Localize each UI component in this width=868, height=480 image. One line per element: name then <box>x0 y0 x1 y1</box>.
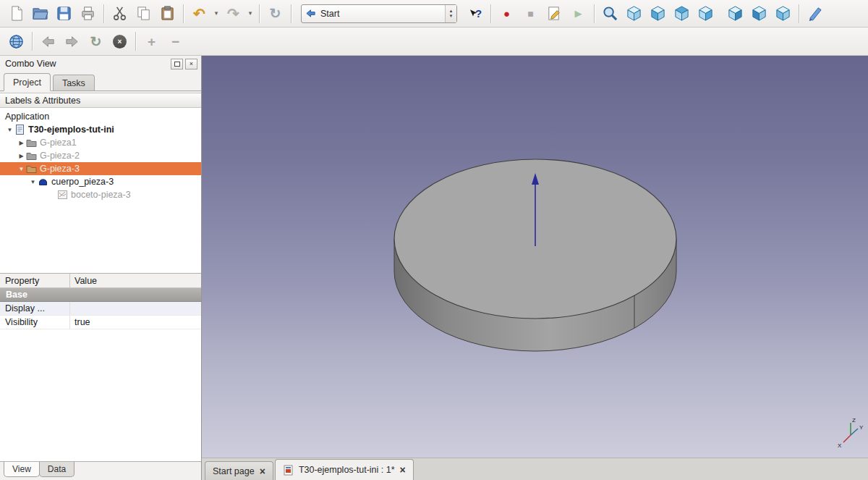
toolbar-separator <box>291 4 292 23</box>
refresh-button[interactable]: ↻ <box>263 3 287 25</box>
magnifier-icon <box>602 5 618 22</box>
macro-stop-button[interactable]: ■ <box>519 3 542 25</box>
toolbar-separator <box>259 4 260 23</box>
cut-button[interactable] <box>108 3 132 25</box>
open-document-button[interactable] <box>28 3 52 25</box>
tree-item-cuerpo-pieza-3[interactable]: ▼ cuerpo_pieza-3 <box>0 175 201 188</box>
right-view-cube-icon <box>697 5 714 22</box>
tab-document[interactable]: T30-ejemplos-tut-ini : 1* × <box>275 459 414 480</box>
toolbar-separator <box>103 4 104 23</box>
close-tab-icon[interactable]: × <box>400 465 406 475</box>
tree-item-label: boceto-pieza-3 <box>71 190 131 200</box>
collapse-arrow-icon[interactable]: ▶ <box>17 153 25 159</box>
macro-edit-button[interactable] <box>542 3 566 25</box>
undo-button[interactable]: ↶ <box>187 3 211 25</box>
tree-item-g-pieza1[interactable]: ▶ G-pieza1 <box>0 136 201 149</box>
web-home-button[interactable] <box>4 30 28 52</box>
tree-item-application[interactable]: Application <box>0 110 201 123</box>
pen-tool-button[interactable] <box>803 3 827 25</box>
rear-view-button[interactable] <box>723 3 747 25</box>
tab-tasks[interactable]: Tasks <box>53 75 95 90</box>
tree-item-label: G-pieza-2 <box>40 151 80 161</box>
macro-record-button[interactable]: ● <box>495 3 519 25</box>
new-document-button[interactable] <box>4 3 28 25</box>
bottom-view-button[interactable] <box>747 3 771 25</box>
front-view-button[interactable] <box>646 3 670 25</box>
main-toolbar: ↶ ▾ ↷ ▾ ↻ Start ▲ ▼ ? ● ■ ▶ <box>0 0 868 28</box>
tab-view[interactable]: View <box>4 462 40 477</box>
part-folder-icon <box>26 138 37 148</box>
expand-arrow-icon[interactable]: ▼ <box>17 166 25 172</box>
tree-item-boceto-pieza-3[interactable]: boceto-pieza-3 <box>0 188 201 201</box>
plus-icon: + <box>148 35 156 49</box>
expand-arrow-icon[interactable]: ▼ <box>6 127 14 133</box>
tab-data[interactable]: Data <box>39 462 75 477</box>
new-document-icon <box>8 5 25 22</box>
zoom-out-button[interactable]: − <box>163 30 187 52</box>
3d-viewport[interactable]: Z Y X <box>202 56 868 458</box>
float-panel-button[interactable] <box>171 59 183 70</box>
property-view-tabs: View Data <box>0 461 201 480</box>
print-button[interactable] <box>76 3 100 25</box>
tab-project[interactable]: Project <box>4 73 51 91</box>
pen-tool-icon <box>807 5 823 22</box>
property-group-base[interactable]: Base <box>0 288 201 302</box>
close-tab-icon[interactable]: × <box>260 466 265 476</box>
forward-button[interactable] <box>60 30 84 52</box>
front-view-cube-icon <box>650 5 666 22</box>
part-folder-icon <box>26 164 37 174</box>
fit-all-button[interactable] <box>598 3 622 25</box>
top-view-button[interactable] <box>670 3 694 25</box>
dropdown-arrow-icon: ▾ <box>249 10 252 17</box>
back-arrow-icon <box>40 33 56 50</box>
tree-item-g-pieza-3-selected[interactable]: ▼ G-pieza-3 <box>0 162 201 175</box>
model-tree: Application ▼ T30-ejemplos-tut-ini ▶ G-p… <box>0 108 201 273</box>
close-panel-button[interactable]: × <box>185 59 197 70</box>
save-button[interactable] <box>52 3 76 25</box>
tree-item-label: G-pieza1 <box>40 138 77 148</box>
tab-tasks-label: Tasks <box>62 78 85 88</box>
play-icon: ▶ <box>575 9 582 18</box>
stop-load-icon: × <box>113 35 127 49</box>
copy-button[interactable] <box>132 3 156 25</box>
tree-item-label: T30-ejemplos-tut-ini <box>28 125 114 135</box>
redo-button[interactable]: ↷ <box>221 3 245 25</box>
minus-icon: − <box>171 35 179 49</box>
expand-arrow-icon[interactable]: ▼ <box>29 179 37 185</box>
reload-icon: ↻ <box>90 35 102 49</box>
tree-item-g-pieza-2[interactable]: ▶ G-pieza-2 <box>0 149 201 162</box>
whats-this-button[interactable]: ? <box>463 3 487 25</box>
tree-item-label: G-pieza-3 <box>40 164 80 174</box>
redo-menu-button[interactable]: ▾ <box>245 3 255 25</box>
property-row-visibility[interactable]: Visibility true <box>0 316 201 329</box>
right-view-button[interactable] <box>694 3 718 25</box>
3d-scene[interactable]: Z Y X <box>202 56 868 458</box>
macro-play-button[interactable]: ▶ <box>566 3 590 25</box>
stop-load-button[interactable]: × <box>108 30 132 52</box>
tab-start-page[interactable]: Start page × <box>205 461 273 480</box>
paste-button[interactable] <box>156 3 179 25</box>
panel-title: Combo View <box>5 59 56 69</box>
spinner-up-icon: ▲ <box>449 9 454 13</box>
question-mark-icon: ? <box>475 8 482 19</box>
reload-button[interactable]: ↻ <box>84 30 108 52</box>
workbench-selector[interactable]: Start ▲ ▼ <box>301 4 457 23</box>
redo-icon: ↷ <box>227 7 239 21</box>
refresh-icon: ↻ <box>270 7 281 20</box>
property-value[interactable]: true <box>70 317 90 327</box>
rear-view-cube-icon <box>727 5 744 22</box>
axonometric-view-button[interactable] <box>622 3 646 25</box>
undo-menu-button[interactable]: ▾ <box>211 3 221 25</box>
spinner-down-icon: ▼ <box>449 14 454 18</box>
value-column-header: Value <box>70 276 97 286</box>
tree-item-label: Application <box>5 111 49 122</box>
collapse-arrow-icon[interactable]: ▶ <box>17 140 25 146</box>
stop-icon: ■ <box>527 9 533 19</box>
back-button[interactable] <box>36 30 60 52</box>
property-row-display[interactable]: Display ... <box>0 302 201 316</box>
tab-start-page-label: Start page <box>213 466 255 476</box>
tree-item-document[interactable]: ▼ T30-ejemplos-tut-ini <box>0 123 201 136</box>
workbench-spinner: ▲ ▼ <box>445 5 456 22</box>
zoom-in-button[interactable]: + <box>140 30 163 52</box>
left-view-button[interactable] <box>771 3 795 25</box>
